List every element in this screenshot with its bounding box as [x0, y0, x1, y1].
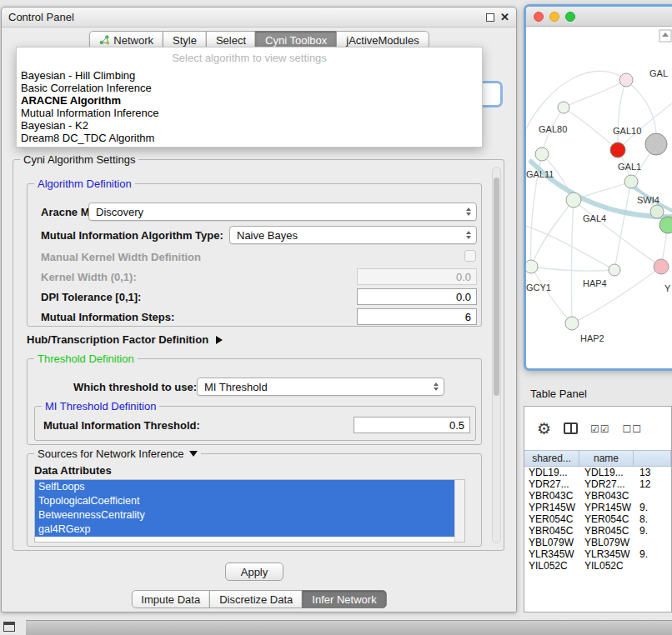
algorithm-option-bayesian-k2[interactable]: Bayesian - K2: [17, 119, 482, 132]
network-edge[interactable]: [531, 200, 574, 267]
network-edge[interactable]: [614, 182, 631, 270]
bottom-tab-infer-network[interactable]: Infer Network: [302, 590, 386, 608]
bottom-tab-impute-data[interactable]: Impute Data: [131, 590, 210, 608]
float-window-icon[interactable]: [486, 13, 494, 22]
mi-threshold-group: MI Threshold Definition Mutual Informati…: [34, 406, 476, 441]
algorithm-option-dream8-dc-tdc-algorithm[interactable]: Dream8 DC_TDC Algorithm: [17, 132, 482, 144]
sources-group-title[interactable]: Sources for Network Inference: [34, 448, 201, 460]
table-row[interactable]: YDL19...YDL19...13: [524, 467, 671, 478]
tab-label: Network: [113, 34, 153, 47]
network-node[interactable]: [535, 148, 549, 161]
algorithm-placeholder: Select algorithm to view settings: [17, 48, 482, 69]
close-traffic-light[interactable]: [534, 12, 544, 22]
tab-label: Discretize Data: [219, 593, 293, 606]
network-node[interactable]: [624, 175, 638, 188]
table-row[interactable]: YBR043CYBR043C: [524, 490, 671, 502]
table-row[interactable]: YBL079WYBL079W: [524, 537, 671, 548]
mi-threshold-label: Mutual Information Threshold:: [43, 419, 200, 432]
restore-panel-icon[interactable]: [3, 622, 15, 632]
column-header[interactable]: shared...: [524, 450, 579, 467]
algorithm-option-basic-correlation-inference[interactable]: Basic Correlation Inference: [17, 82, 482, 94]
manual-kernel-width-checkbox[interactable]: [464, 250, 476, 262]
network-node[interactable]: [650, 205, 664, 218]
table-row[interactable]: YPR145WYPR145W9.: [524, 502, 671, 513]
tab-label: Style: [173, 34, 197, 47]
columns-icon[interactable]: [564, 422, 578, 434]
which-threshold-select[interactable]: MI Threshold: [197, 378, 444, 396]
network-node[interactable]: [610, 142, 625, 158]
algorithm-option-mutual-information-inference[interactable]: Mutual Information Inference: [17, 107, 482, 119]
mi-threshold-field[interactable]: [354, 417, 470, 433]
network-node[interactable]: [654, 259, 669, 274]
table-cell: YDR27...: [580, 478, 635, 490]
network-scrollbar[interactable]: [659, 30, 671, 42]
select-all-icon[interactable]: [590, 421, 610, 436]
attributes-scrollbar[interactable]: [454, 480, 464, 542]
network-node[interactable]: [609, 264, 620, 276]
table-cell: YDL19...: [580, 467, 635, 478]
table-row[interactable]: YLR345WYLR345W9.: [524, 548, 671, 560]
network-window-titlebar: [526, 7, 672, 27]
gear-icon[interactable]: [537, 419, 551, 438]
table-cell: [635, 490, 671, 502]
network-node[interactable]: [526, 260, 538, 273]
mi-algorithm-type-select[interactable]: Naive Bayes: [229, 226, 477, 244]
attribute-item-selfloops[interactable]: SelfLoops: [35, 480, 464, 494]
network-node-label: GAL11: [526, 169, 554, 179]
attribute-item-gal4rgexp[interactable]: gal4RGexp: [35, 522, 464, 537]
network-edge[interactable]: [564, 80, 626, 108]
bottom-tab-discretize-data[interactable]: Discretize Data: [209, 590, 303, 608]
data-attributes-items: SelfLoopsTopologicalCoefficientBetweenne…: [35, 480, 464, 537]
network-edge[interactable]: [531, 267, 572, 323]
table-header-row: shared...name: [524, 450, 671, 467]
settings-scrollbar-track[interactable]: [492, 167, 501, 543]
attribute-item-topologicalcoefficient[interactable]: TopologicalCoefficient: [35, 494, 464, 508]
column-header[interactable]: [633, 450, 671, 467]
close-icon[interactable]: ✕: [500, 13, 509, 22]
sources-title-text: Sources for Network Inference: [38, 448, 184, 460]
column-header[interactable]: name: [579, 450, 634, 467]
table-row[interactable]: YBR045CYBR045C9.: [524, 525, 671, 537]
network-node[interactable]: [645, 133, 667, 155]
minimize-traffic-light[interactable]: [549, 12, 559, 22]
table-cell: YBL079W: [524, 537, 580, 548]
algorithm-definition-title: Algorithm Definition: [34, 178, 135, 190]
network-canvas[interactable]: GALGAL80GAL10GAL11GAL1SWI4GAL4GCY1HAP4HA…: [526, 27, 672, 371]
aracne-mode-select[interactable]: Discovery: [88, 202, 477, 221]
kernel-width-field[interactable]: [357, 268, 477, 285]
table-row[interactable]: YIL052CYIL052C: [524, 560, 671, 572]
algorithm-option-aracne-algorithm[interactable]: ARACNE Algorithm: [17, 94, 482, 107]
network-node-label: Y: [664, 283, 671, 293]
apply-button[interactable]: Apply: [225, 562, 283, 581]
data-attributes-label: Data Attributes: [34, 464, 112, 477]
sources-group: Sources for Network Inference Data Attri…: [27, 453, 482, 547]
tab-label: Infer Network: [312, 593, 376, 606]
settings-scrollbar-thumb[interactable]: [494, 178, 499, 396]
network-node-label: GAL80: [539, 124, 567, 134]
table-row[interactable]: YDR27...YDR27...12: [524, 478, 671, 490]
attribute-item-betweennesscentrality[interactable]: BetweennessCentrality: [35, 508, 464, 522]
network-node[interactable]: [566, 192, 581, 208]
dpi-tolerance-field[interactable]: [357, 288, 477, 305]
network-node[interactable]: [619, 73, 633, 87]
dpi-tolerance-label: DPI Tolerance [0,1]:: [41, 291, 141, 303]
network-node[interactable]: [565, 317, 579, 330]
network-edge[interactable]: [564, 108, 618, 150]
table-cell: YBR043C: [580, 490, 635, 502]
zoom-traffic-light[interactable]: [565, 12, 575, 22]
algorithm-option-bayesian-hill-climbing[interactable]: Bayesian - Hill Climbing: [17, 69, 482, 82]
network-edge[interactable]: [571, 200, 574, 323]
hub-definition-expander[interactable]: Hub/Transcription Factor Definition: [27, 333, 223, 346]
which-threshold-label: Which threshold to use:: [73, 381, 197, 393]
mi-steps-field[interactable]: [357, 308, 477, 325]
combo-arrows-icon: [466, 208, 476, 216]
deselect-all-icon[interactable]: [623, 421, 643, 436]
table-row[interactable]: YER054CYER054C8.: [524, 513, 671, 525]
network-edge[interactable]: [531, 267, 614, 271]
table-cell: 12: [635, 478, 671, 490]
desktop: Control Panel ✕ NetworkStyleSelectCyni T…: [0, 0, 672, 635]
network-node[interactable]: [558, 102, 569, 113]
network-node[interactable]: [659, 217, 672, 233]
network-edge[interactable]: [618, 80, 626, 150]
network-edge[interactable]: [526, 223, 614, 270]
